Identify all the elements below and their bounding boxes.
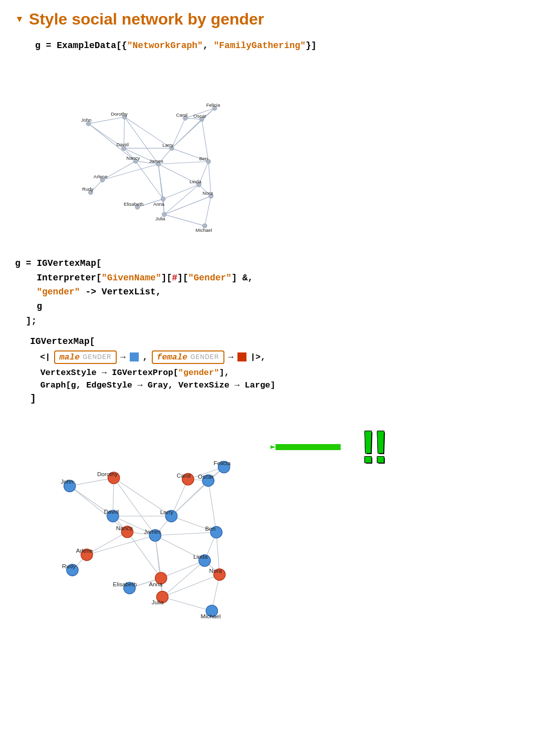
svg-line-30 xyxy=(163,185,199,199)
svg-text:Oscar: Oscar xyxy=(198,473,213,480)
svg-text:James: James xyxy=(144,528,161,535)
code-line-igvertexmap-5: ]; xyxy=(15,314,519,328)
svg-point-45 xyxy=(161,197,165,201)
svg-text:Larry: Larry xyxy=(162,142,173,148)
svg-line-105 xyxy=(162,560,204,597)
svg-text:Ben: Ben xyxy=(199,155,208,161)
svg-text:Julia: Julia xyxy=(155,216,165,221)
svg-text:Linda: Linda xyxy=(193,553,208,560)
svg-text:Rudy: Rudy xyxy=(82,186,94,192)
svg-text:James: James xyxy=(149,158,163,164)
female-gender-label: GENDER xyxy=(190,353,219,360)
svg-text:Anna: Anna xyxy=(153,201,165,207)
svg-line-26 xyxy=(202,119,208,161)
svg-text:Anna: Anna xyxy=(149,581,163,587)
female-color-square xyxy=(237,352,246,361)
svg-line-35 xyxy=(164,196,211,214)
top-graph-svg: John Dorothy David Nancy Arlene Rudy Eli… xyxy=(30,61,271,241)
svg-line-74 xyxy=(70,478,114,486)
svg-line-13 xyxy=(102,164,158,180)
svg-line-36 xyxy=(205,196,211,226)
top-graph: John Dorothy David Nancy Arlene Rudy Eli… xyxy=(30,61,271,241)
male-label: male xyxy=(59,352,80,362)
svg-text:Felicia: Felicia xyxy=(213,460,230,466)
code-text: g = ExampleData[{"NetworkGraph", "Family… xyxy=(35,41,317,51)
svg-text:John: John xyxy=(81,117,92,123)
svg-text:Nancy: Nancy xyxy=(126,155,140,161)
open-angle: <| xyxy=(40,352,50,362)
svg-line-92 xyxy=(155,535,162,597)
svg-line-0 xyxy=(89,117,125,123)
svg-text:Elisabeth: Elisabeth xyxy=(124,201,143,207)
svg-text:Nora: Nora xyxy=(209,567,222,574)
code-line-igvertexmap-1: g = IGVertexMap[ xyxy=(15,256,519,271)
page-container: ▼ Style social network by gender g = Exa… xyxy=(0,0,534,630)
svg-text:John: John xyxy=(61,478,73,485)
close-angle: |>, xyxy=(250,352,266,362)
code-line-igvertexmap-2: Interpreter["GivenName"][#]["Gender"] &, xyxy=(15,271,519,285)
closing-bracket: ] xyxy=(30,393,519,405)
section-title: Style social network by gender xyxy=(29,10,264,29)
svg-text:David: David xyxy=(116,142,128,147)
collapse-icon[interactable]: ▼ xyxy=(15,14,24,25)
svg-line-89 xyxy=(155,532,216,535)
bottom-graph-svg: John Dorothy David Nancy Arlene Rudy Eli… xyxy=(30,410,260,630)
bottom-graph: John Dorothy David Nancy Arlene Rudy Eli… xyxy=(30,410,260,620)
female-badge: female GENDER xyxy=(152,350,224,364)
svg-text:Dorothy: Dorothy xyxy=(111,111,128,117)
svg-line-104 xyxy=(161,560,204,578)
code-line-igvertexmap-3: "gender" -> VertexList, xyxy=(15,285,519,299)
svg-text:Nora: Nora xyxy=(202,190,213,195)
svg-text:Elisabeth: Elisabeth xyxy=(113,581,137,587)
svg-text:Michael: Michael xyxy=(200,612,220,619)
svg-text:Dorothy: Dorothy xyxy=(97,471,118,477)
code-line-igvertexmap-4: g xyxy=(15,299,519,314)
svg-text:Oscar: Oscar xyxy=(193,113,206,119)
svg-text:Arlene: Arlene xyxy=(94,173,108,179)
svg-line-18 xyxy=(158,164,164,215)
annotation-area: !! xyxy=(271,425,386,470)
svg-text:Arlene: Arlene xyxy=(76,547,93,553)
output-gender-row: <| male GENDER → , female GENDER → |>, xyxy=(40,350,519,364)
svg-line-31 xyxy=(164,185,199,215)
svg-line-19 xyxy=(172,118,185,148)
svg-text:Carol: Carol xyxy=(176,112,187,118)
igvertexmap2-header: IGVertexMap[ xyxy=(30,336,519,346)
svg-text:David: David xyxy=(104,508,119,515)
bottom-graph-area: John Dorothy David Nancy Arlene Rudy Eli… xyxy=(30,410,519,620)
comma-1: , xyxy=(143,352,148,362)
svg-text:Felicia: Felicia xyxy=(206,102,220,108)
graph-line: Graph[g, EdgeStyle → Gray, VertexSize → … xyxy=(30,381,519,390)
svg-text:Julia: Julia xyxy=(152,599,164,605)
svg-line-15 xyxy=(158,161,208,164)
svg-line-87 xyxy=(87,535,155,555)
igvertexmap-code: g = IGVertexMap[ Interpreter["GivenName"… xyxy=(15,256,519,328)
male-badge: male GENDER xyxy=(54,350,116,364)
svg-line-100 xyxy=(208,481,216,532)
svg-text:Michael: Michael xyxy=(195,227,212,233)
svg-text:Rudy: Rudy xyxy=(62,563,76,569)
male-color-square xyxy=(130,352,139,361)
arrow-1: → xyxy=(121,352,126,362)
bottom-graph-edges xyxy=(70,467,224,611)
svg-line-108 xyxy=(162,597,212,611)
top-graph-edges xyxy=(89,108,215,226)
male-gender-label: GENDER xyxy=(83,353,111,360)
green-arrow xyxy=(271,432,346,462)
svg-text:Linda: Linda xyxy=(190,179,202,184)
svg-line-109 xyxy=(162,574,219,597)
svg-text:Nancy: Nancy xyxy=(116,524,133,531)
bottom-graph-nodes xyxy=(64,461,229,617)
svg-text:Carol: Carol xyxy=(177,472,191,478)
svg-text:Larry: Larry xyxy=(160,509,174,515)
igvertexmap2-label: IGVertexMap[ xyxy=(30,336,95,346)
exclamation-marks: !! xyxy=(361,425,386,470)
female-label: female xyxy=(157,352,187,362)
vertex-style-line: VertexStyle → IGVertexProp["gender"], xyxy=(30,368,519,377)
code-line-1: g = ExampleData[{"NetworkGraph", "Family… xyxy=(35,39,519,53)
svg-text:Ben: Ben xyxy=(205,525,215,531)
arrow-2: → xyxy=(228,352,233,362)
section-header: ▼ Style social network by gender xyxy=(15,10,519,29)
svg-line-34 xyxy=(164,214,205,226)
